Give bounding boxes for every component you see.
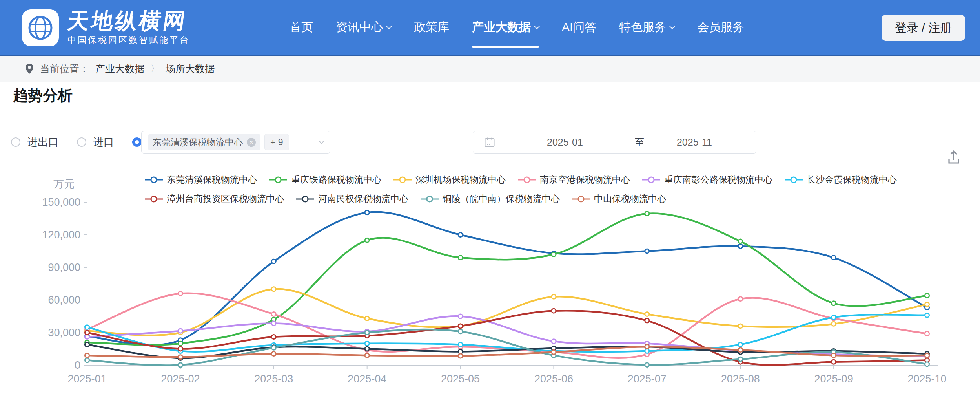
main-nav: 首页资讯中心政策库产业大数据AI问答特色服务会员服务 [290,0,744,55]
radio-label: 进出口 [27,135,59,149]
svg-text:2025-10: 2025-10 [907,373,946,385]
breadcrumb-label: 当前位置： [40,62,89,75]
legend-label: 重庆铁路保税物流中心 [291,174,381,186]
legend-item-重庆铁路保税物流中心[interactable]: 重庆铁路保税物流中心 [269,174,381,186]
date-start-input[interactable]: 2025-01 [495,137,635,148]
breadcrumb-item-industry-data[interactable]: 产业大数据 [95,62,144,75]
legend-marker-icon [517,176,536,184]
nav-item-产业大数据[interactable]: 产业大数据 [472,0,539,55]
svg-text:150,000: 150,000 [42,196,80,208]
breadcrumb-item-venue-data[interactable]: 场所大数据 [166,62,215,75]
brand-title: 天地纵横网 [66,10,191,32]
radio-dot-icon [11,137,20,147]
radio-进口[interactable]: 进口 [77,135,114,149]
nav-item-label: 首页 [290,19,313,35]
legend-item-河南民权保税物流中心[interactable]: 河南民权保税物流中心 [296,193,408,205]
nav-item-label: 特色服务 [619,19,666,35]
nav-item-特色服务[interactable]: 特色服务 [619,0,674,55]
svg-text:2025-03: 2025-03 [254,373,293,385]
trend-chart[interactable]: 万元030,00060,00090,000120,000150,0002025-… [0,169,980,395]
legend-row: 东莞清溪保税物流中心重庆铁路保税物流中心深圳机场保税物流中心南京空港保税物流中心… [144,174,897,186]
legend-label: 河南民权保税物流中心 [318,193,408,205]
svg-text:2025-04: 2025-04 [348,373,386,385]
brand-logo[interactable]: 天地纵横网 中国保税园区数智赋能平台 [22,9,190,46]
svg-text:2025-02: 2025-02 [161,373,200,385]
date-range-separator: 至 [635,136,645,149]
radio-dot-icon [132,137,142,147]
legend-label: 长沙金霞保税物流中心 [807,174,897,186]
radio-label: 进口 [93,135,114,149]
legend-item-长沙金霞保税物流中心[interactable]: 长沙金霞保税物流中心 [784,174,897,186]
filter-controls: 进出口进口出口 东莞清溪保税物流中心 × + 9 2025-01 至 2025-… [0,131,980,154]
svg-text:2025-09: 2025-09 [814,373,853,385]
legend-item-东莞清溪保税物流中心[interactable]: 东莞清溪保税物流中心 [144,174,257,186]
legend-marker-icon [144,195,163,203]
legend-label: 南京空港保税物流中心 [540,174,630,186]
chevron-down-icon [534,23,540,29]
chevron-down-icon [669,23,676,29]
legend-label: 中山保税物流中心 [594,193,666,205]
calendar-icon [484,137,495,148]
nav-item-label: 资讯中心 [336,19,383,35]
nav-item-资讯中心[interactable]: 资讯中心 [336,0,391,55]
legend-label: 重庆南彭公路保税物流中心 [664,174,772,186]
legend-marker-icon [784,176,803,184]
date-range-picker[interactable]: 2025-01 至 2025-11 [473,131,756,154]
nav-item-首页[interactable]: 首页 [290,0,313,55]
brand-subtitle: 中国保税园区数智赋能平台 [67,34,190,46]
date-end-input[interactable]: 2025-11 [645,137,744,148]
legend-marker-icon [642,176,661,184]
tag-close-icon[interactable]: × [247,138,256,147]
breadcrumb-separator: 〉 [151,63,159,75]
legend-item-南京空港保税物流中心[interactable]: 南京空港保税物流中心 [517,174,630,186]
svg-text:万元: 万元 [53,178,75,190]
legend-item-中山保税物流中心[interactable]: 中山保税物流中心 [572,193,666,205]
legend-marker-icon [420,195,439,203]
svg-text:90,000: 90,000 [48,262,80,273]
nav-item-会员服务[interactable]: 会员服务 [697,0,744,55]
legend-marker-icon [572,195,590,203]
facility-multiselect[interactable]: 东莞清溪保税物流中心 × + 9 [141,131,330,154]
legend-marker-icon [269,176,288,184]
legend-item-重庆南彭公路保税物流中心[interactable]: 重庆南彭公路保税物流中心 [642,174,772,186]
nav-item-label: 会员服务 [697,19,744,35]
nav-item-政策库[interactable]: 政策库 [414,0,449,55]
legend-marker-icon [393,176,412,184]
globe-icon [22,9,59,46]
facility-more-count[interactable]: + 9 [264,134,289,150]
chevron-down-icon [319,139,324,146]
legend-label: 深圳机场保税物流中心 [415,174,506,186]
login-register-button[interactable]: 登录 / 注册 [882,15,965,41]
brand-text: 天地纵横网 中国保税园区数智赋能平台 [67,10,190,46]
nav-item-label: 产业大数据 [472,19,531,35]
svg-text:2025-07: 2025-07 [628,373,667,385]
legend-item-深圳机场保税物流中心[interactable]: 深圳机场保税物流中心 [393,174,506,186]
svg-text:60,000: 60,000 [48,294,80,306]
radio-dot-icon [77,137,86,147]
legend-label: 漳州台商投资区保税物流中心 [167,193,284,205]
legend-label: 铜陵（皖中南）保税物流中心 [443,193,560,205]
page: 天地纵横网 中国保税园区数智赋能平台 首页资讯中心政策库产业大数据AI问答特色服… [0,0,980,395]
svg-text:120,000: 120,000 [42,229,80,241]
location-pin-icon [25,63,34,74]
legend-item-铜陵（皖中南）保税物流中心[interactable]: 铜陵（皖中南）保税物流中心 [420,193,560,205]
legend-marker-icon [296,195,315,203]
export-button[interactable] [945,148,963,166]
svg-text:2025-05: 2025-05 [441,373,480,385]
svg-text:2025-01: 2025-01 [67,373,106,385]
facility-tag-label: 东莞清溪保税物流中心 [153,136,243,148]
svg-text:2025-06: 2025-06 [534,373,573,385]
nav-item-AI问答[interactable]: AI问答 [562,0,596,55]
legend-row: 漳州台商投资区保税物流中心河南民权保税物流中心铜陵（皖中南）保税物流中心中山保税… [144,193,897,205]
legend-marker-icon [144,176,163,184]
nav-item-label: 政策库 [414,19,449,35]
nav-item-label: AI问答 [562,19,596,35]
svg-text:0: 0 [75,359,80,371]
svg-text:30,000: 30,000 [48,327,80,338]
radio-进出口[interactable]: 进出口 [11,135,59,149]
header: 天地纵横网 中国保税园区数智赋能平台 首页资讯中心政策库产业大数据AI问答特色服… [0,0,980,56]
legend-item-漳州台商投资区保税物流中心[interactable]: 漳州台商投资区保税物流中心 [144,193,284,205]
page-title: 趋势分析 [13,86,73,106]
chart-legend: 东莞清溪保税物流中心重庆铁路保税物流中心深圳机场保税物流中心南京空港保税物流中心… [144,174,897,205]
breadcrumb: 当前位置： 产业大数据 〉 场所大数据 [0,56,980,82]
